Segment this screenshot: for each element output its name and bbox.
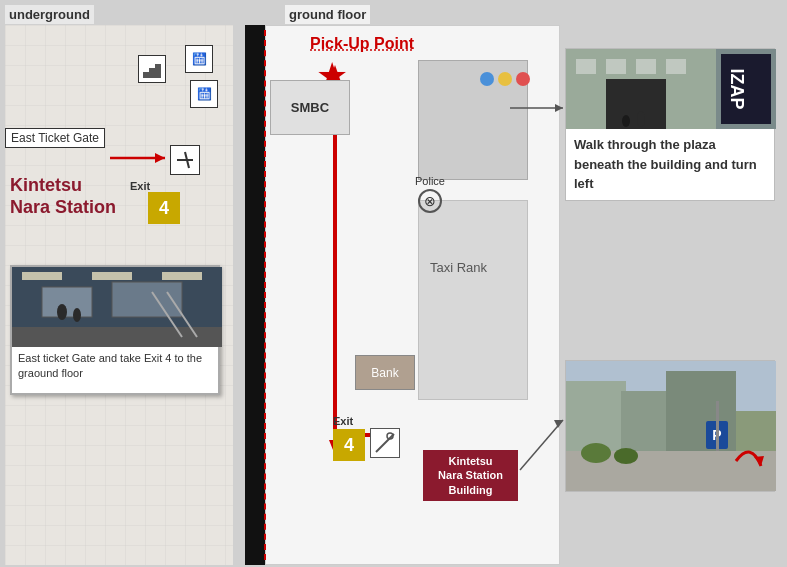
taxi-rank: Taxi Rank <box>430 260 487 275</box>
svg-text:IZAP: IZAP <box>727 68 747 109</box>
ground-label: ground floor <box>285 5 370 24</box>
svg-rect-42 <box>716 401 719 451</box>
svg-rect-3 <box>143 72 149 78</box>
svg-line-21 <box>376 434 394 452</box>
building-right-mid <box>418 200 528 400</box>
svg-rect-15 <box>42 287 92 317</box>
stairs-icon <box>138 55 166 83</box>
black-building <box>245 25 265 565</box>
svg-rect-25 <box>606 79 666 129</box>
svg-rect-14 <box>12 327 222 347</box>
escalator-ground-icon <box>370 428 400 458</box>
dot-yellow <box>498 72 512 86</box>
info-box-top: IZAP Walk through the plaza beneath the … <box>565 48 775 201</box>
pickup-label: Pick-Up Point <box>310 35 414 53</box>
underground-photo-image <box>12 267 222 347</box>
svg-point-45 <box>614 448 638 464</box>
kintetsu-building-label: KintetsuNara StationBuilding <box>423 450 518 501</box>
svg-rect-13 <box>162 272 202 280</box>
ticket-gate-icon <box>170 145 200 175</box>
exit-label-ground: Exit <box>333 415 365 427</box>
dot-blue <box>480 72 494 86</box>
svg-rect-5 <box>155 64 161 78</box>
svg-point-44 <box>581 443 611 463</box>
svg-rect-29 <box>666 59 686 74</box>
info-photo-top: IZAP <box>566 49 776 129</box>
colored-dots <box>480 72 530 86</box>
info-box-bottom: P <box>565 360 775 492</box>
svg-rect-11 <box>22 272 62 280</box>
kintetsu-station-label: KintetsuNara Station <box>10 175 116 218</box>
svg-rect-26 <box>576 59 596 74</box>
svg-rect-27 <box>606 59 626 74</box>
svg-point-20 <box>73 308 81 322</box>
main-container: underground ground floor Pick-Up Point ★ <box>0 0 787 567</box>
svg-rect-4 <box>149 68 155 78</box>
dashed-line <box>264 30 266 560</box>
exit4-badge-underground: 4 <box>148 192 180 224</box>
info-caption-top: Walk through the plaza beneath the build… <box>566 129 774 200</box>
exit4-badge-ground: 4 <box>333 429 365 461</box>
svg-point-33 <box>637 111 645 127</box>
east-ticket-gate-box: East Ticket Gate <box>5 128 105 148</box>
elevator-icon-1: 🛗 <box>185 45 213 73</box>
exit4-ground: Exit 4 <box>333 415 365 461</box>
smbc-block: SMBC <box>270 80 350 135</box>
dot-red <box>516 72 530 86</box>
exit-label-underground: Exit <box>130 180 150 192</box>
underground-photo-panel: East ticket Gate and take Exit 4 to the … <box>10 265 220 395</box>
police-block: Police ⊗ <box>415 175 445 215</box>
svg-point-32 <box>622 115 630 127</box>
bank-block: Bank <box>355 355 415 390</box>
info-photo-bottom: P <box>566 361 776 491</box>
svg-rect-12 <box>92 272 132 280</box>
police-symbol: ⊗ <box>418 189 442 213</box>
police-label: Police <box>415 175 445 187</box>
underground-label: underground <box>5 5 94 24</box>
underground-photo-caption: East ticket Gate and take Exit 4 to the … <box>12 347 218 386</box>
svg-rect-28 <box>636 59 656 74</box>
svg-point-19 <box>57 304 67 320</box>
elevator-icon-2: 🛗 <box>190 80 218 108</box>
